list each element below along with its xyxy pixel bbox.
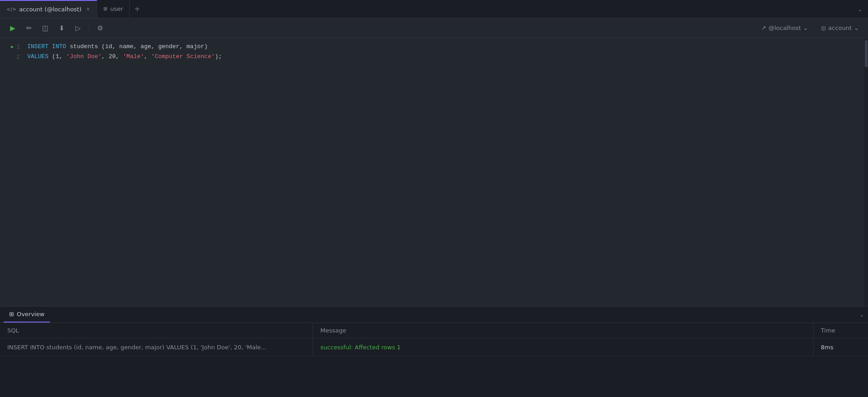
database-icon: ◎ <box>821 25 826 31</box>
tab-overflow-chevron-icon[interactable]: ⌄ <box>857 5 863 13</box>
str-john-doe: 'John Doe' <box>66 52 102 62</box>
database-label: account <box>828 25 852 31</box>
header-time: Time <box>814 323 868 338</box>
tab-add-button[interactable]: + <box>130 0 144 18</box>
tab-label: account (@localhost) <box>19 6 81 13</box>
tab-label: user <box>110 5 123 12</box>
bottom-panel-chevron[interactable]: ⌄ <box>859 311 864 318</box>
str-cs: 'Computer Science' <box>151 52 215 62</box>
table-row: INSERT INTO students (id, name, age, gen… <box>0 338 868 356</box>
code-icon: </> <box>6 6 16 12</box>
comma-sep1: , 20, <box>102 52 123 62</box>
execute-button[interactable]: ▷ <box>71 21 85 35</box>
editor-scrollbar-thumb <box>865 40 868 67</box>
line-numbers: ▶ 1 2 <box>0 38 24 306</box>
identifier-students: students (id, name, age, gender, major) <box>70 42 208 52</box>
database-chevron-icon: ⌄ <box>854 25 859 31</box>
cell-time: 8ms <box>814 338 868 356</box>
save-button[interactable]: ◫ <box>38 21 53 35</box>
run-indicator-1: ▶ <box>11 44 14 50</box>
keyword-values: VALUES <box>27 52 52 62</box>
paren-open: (1, <box>52 52 66 62</box>
connection-icon: ↗ <box>761 25 766 31</box>
tab-overview[interactable]: ⊞ Overview <box>4 307 50 323</box>
toolbar: ▶ ✏ ◫ ⬇ ▷ ⚙ ↗ @localhost ⌄ ◎ account ⌄ <box>0 18 868 38</box>
code-editor[interactable]: INSERT INTO students (id, name, age, gen… <box>24 38 864 306</box>
toolbar-right: ↗ @localhost ⌄ ◎ account ⌄ <box>758 23 863 33</box>
tab-bar-right: ⌄ <box>857 5 868 13</box>
settings-button[interactable]: ⚙ <box>93 21 108 35</box>
table-icon: ⊞ <box>103 6 108 12</box>
edit-button[interactable]: ✏ <box>22 21 36 35</box>
editor-area: ▶ 1 2 INSERT INTO students (id, name, ag… <box>0 38 868 306</box>
keyword-insert: INSERT <box>27 42 52 52</box>
bottom-panel: ⊞ Overview ⌄ SQL Message Time INSERT INT… <box>0 306 868 397</box>
cell-sql: INSERT INTO students (id, name, age, gen… <box>0 338 313 356</box>
bottom-tabs: ⊞ Overview ⌄ <box>0 307 868 323</box>
line-num-2: 2 <box>16 54 20 60</box>
connection-label: @localhost <box>769 25 801 31</box>
paren-close: ); <box>215 52 222 62</box>
comma-sep2: , <box>144 52 151 62</box>
toolbar-separator <box>89 23 89 33</box>
header-message: Message <box>313 323 814 338</box>
results-header: SQL Message Time <box>0 323 868 338</box>
header-sql: SQL <box>0 323 313 338</box>
line-num-1: 1 <box>16 44 20 50</box>
line-number-2: 2 <box>0 52 24 62</box>
connection-chevron-icon: ⌄ <box>803 25 808 31</box>
download-button[interactable]: ⬇ <box>54 21 69 35</box>
tab-close-button[interactable]: ✕ <box>86 6 90 12</box>
run-button[interactable]: ▶ <box>5 21 20 35</box>
tab-bar: </> account (@localhost) ✕ ⊞ user + ⌄ <box>0 0 868 18</box>
str-male: 'Male' <box>123 52 144 62</box>
overview-tab-label: Overview <box>17 311 44 318</box>
tab-account[interactable]: </> account (@localhost) ✕ <box>0 0 97 18</box>
tab-user[interactable]: ⊞ user <box>97 0 130 18</box>
database-selector[interactable]: ◎ account ⌄ <box>817 23 863 33</box>
code-line-1: INSERT INTO students (id, name, age, gen… <box>27 42 864 52</box>
results-table: SQL Message Time INSERT INTO students (i… <box>0 323 868 397</box>
cell-message: successful: Affected rows 1 <box>313 338 814 356</box>
code-line-2: VALUES (1, 'John Doe', 20, 'Male', 'Comp… <box>27 52 864 62</box>
overview-tab-icon: ⊞ <box>9 311 14 318</box>
connection-selector[interactable]: ↗ @localhost ⌄ <box>758 23 812 33</box>
editor-scrollbar[interactable] <box>864 38 868 306</box>
keyword-into: INTO <box>52 42 70 52</box>
line-number-1: ▶ 1 <box>0 42 24 52</box>
